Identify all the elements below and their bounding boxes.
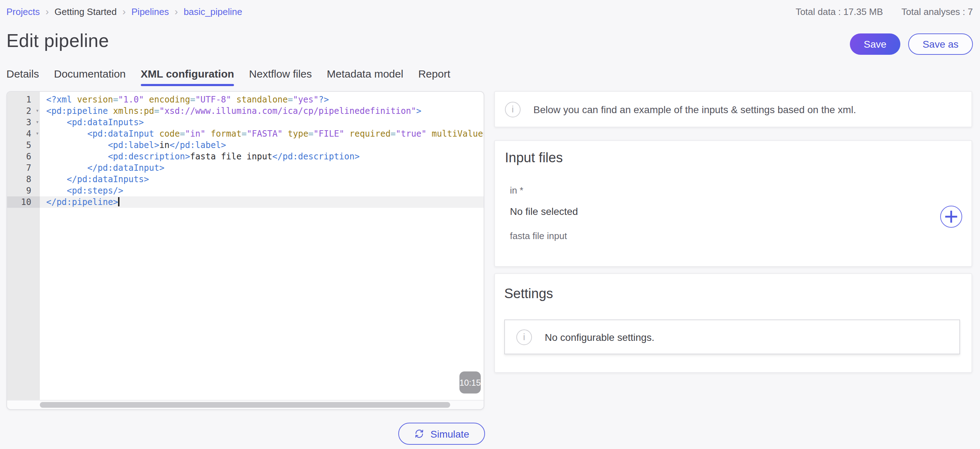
xml-editor[interactable]: 1<?xml version="1.0" encoding="UTF-8" st…: [6, 91, 484, 410]
tab-metadata-model[interactable]: Metadata model: [327, 68, 403, 86]
fold-arrow-icon[interactable]: ▾: [35, 117, 39, 128]
code-text[interactable]: <pd:steps/>: [40, 185, 484, 196]
code-line: 4▾ <pd:dataInput code="in" format="FASTA…: [7, 128, 484, 140]
title-row: Edit pipeline Save Save as: [6, 30, 973, 55]
chevron-right-icon: ›: [123, 6, 126, 16]
input-field-description: fasta file input: [510, 231, 567, 241]
breadcrumb-item-basic-pipeline[interactable]: basic_pipeline: [183, 6, 242, 17]
code-line: 8 </pd:dataInputs>: [7, 174, 484, 185]
plus-icon: [941, 205, 961, 228]
line-number: 3▾: [7, 117, 40, 128]
code-text[interactable]: <pd:description>fasta file input</pd:des…: [40, 151, 484, 162]
line-number: 4▾: [7, 128, 40, 140]
total-data-stat: Total data : 17.35 MB: [795, 6, 883, 17]
chevron-right-icon: ›: [46, 6, 49, 16]
settings-title: Settings: [504, 286, 962, 302]
code-lines: 1<?xml version="1.0" encoding="UTF-8" st…: [7, 94, 484, 208]
tab-xml-configuration[interactable]: XML configuration: [141, 68, 234, 86]
code-line: 10</pd:pipeline>: [7, 196, 484, 208]
simulate-label: Simulate: [431, 428, 469, 439]
input-files-title: Input files: [505, 150, 961, 166]
refresh-icon: [414, 428, 425, 439]
info-banner-text: Below you can find an example of the inp…: [533, 103, 856, 115]
save-button[interactable]: Save: [850, 33, 900, 55]
line-number: 5: [7, 140, 40, 151]
chevron-right-icon: ›: [175, 6, 178, 16]
text-cursor: [118, 197, 119, 206]
line-number: 8: [7, 174, 40, 185]
breadcrumb: Projects›Getting Started›Pipelines›basic…: [6, 6, 242, 17]
line-number: 1: [7, 94, 40, 105]
simulate-button[interactable]: Simulate: [398, 423, 485, 445]
line-number: 7: [7, 162, 40, 174]
save-as-button[interactable]: Save as: [908, 33, 973, 55]
info-icon: i: [505, 101, 520, 117]
code-line: 2▾<pd:pipeline xmlns:pd="xsd://www.illum…: [7, 105, 484, 117]
tab-details[interactable]: Details: [6, 68, 39, 86]
settings-empty-text: No configurable settings.: [545, 331, 654, 342]
fold-arrow-icon[interactable]: ▾: [35, 105, 39, 117]
code-text[interactable]: </pd:pipeline>: [40, 196, 484, 208]
settings-card: Settings i No configurable settings.: [494, 273, 972, 373]
line-number: 2▾: [7, 105, 40, 117]
tabs: DetailsDocumentationXML configurationNex…: [6, 68, 450, 86]
cursor-position-badge: 10:15: [460, 371, 481, 393]
input-field-label: in *: [510, 185, 523, 196]
code-line: 7 </pd:dataInput>: [7, 162, 484, 174]
file-selected-value: No file selected: [510, 205, 578, 217]
horizontal-scrollbar[interactable]: [7, 400, 484, 409]
horizontal-scrollbar-thumb[interactable]: [40, 402, 450, 408]
code-text[interactable]: </pd:dataInput>: [40, 162, 484, 174]
code-text[interactable]: <pd:label>in</pd:label>: [40, 140, 484, 151]
line-number: 10: [7, 196, 40, 208]
code-text[interactable]: <pd:dataInput code="in" format="FASTA" t…: [40, 128, 484, 140]
code-text[interactable]: <pd:dataInputs>: [40, 117, 484, 128]
tab-report[interactable]: Report: [418, 68, 450, 86]
total-analyses-stat: Total analyses : 7: [901, 6, 973, 17]
add-file-button[interactable]: [940, 205, 962, 228]
top-bar: Projects›Getting Started›Pipelines›basic…: [6, 3, 973, 20]
breadcrumb-item-projects[interactable]: Projects: [6, 6, 40, 17]
project-stats: Total data : 17.35 MB Total analyses : 7: [795, 6, 973, 17]
tab-documentation[interactable]: Documentation: [54, 68, 126, 86]
page: Projects›Getting Started›Pipelines›basic…: [0, 0, 980, 449]
code-line: 6 <pd:description>fasta file input</pd:d…: [7, 151, 484, 162]
info-icon: i: [516, 329, 532, 345]
code-line: 3▾ <pd:dataInputs>: [7, 117, 484, 128]
input-files-card: Input files in * No file selected fasta …: [494, 140, 972, 267]
code-text[interactable]: <pd:pipeline xmlns:pd="xsd://www.illumin…: [40, 105, 484, 117]
code-text[interactable]: <?xml version="1.0" encoding="UTF-8" sta…: [40, 94, 484, 105]
code-text[interactable]: </pd:dataInputs>: [40, 174, 484, 185]
breadcrumb-item-getting-started: Getting Started: [54, 6, 117, 17]
line-number: 6: [7, 151, 40, 162]
info-banner: i Below you can find an example of the i…: [494, 91, 972, 127]
fold-arrow-icon[interactable]: ▾: [35, 128, 39, 140]
breadcrumb-item-pipelines[interactable]: Pipelines: [132, 6, 169, 17]
header-actions: Save Save as: [850, 33, 973, 55]
line-number: 9: [7, 185, 40, 196]
tab-nextflow-files[interactable]: Nextflow files: [249, 68, 312, 86]
code-line: 1<?xml version="1.0" encoding="UTF-8" st…: [7, 94, 484, 105]
code-line: 9 <pd:steps/>: [7, 185, 484, 196]
code-line: 5 <pd:label>in</pd:label>: [7, 140, 484, 151]
page-title: Edit pipeline: [6, 30, 109, 52]
settings-empty-box: i No configurable settings.: [504, 320, 960, 354]
